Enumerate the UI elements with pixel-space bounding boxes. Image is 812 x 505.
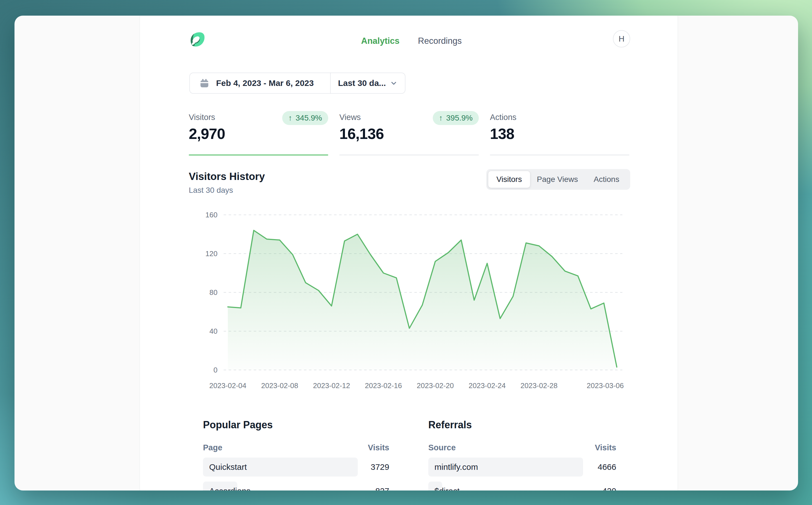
stat-value: 16,136 xyxy=(339,125,384,142)
stat-underline xyxy=(490,155,629,155)
stat-label: Views xyxy=(339,113,361,122)
column-header-visits: Visits xyxy=(595,443,616,452)
popular-pages-table: Popular Pages Page Visits Quickstart 372… xyxy=(203,419,389,491)
date-range-button[interactable]: Feb 4, 2023 - Mar 6, 2023 xyxy=(190,73,330,93)
mintlify-logo-icon xyxy=(189,31,206,48)
stat-views[interactable]: Views ↑ 395.9% 16,136 xyxy=(339,113,479,155)
calendar-icon xyxy=(199,78,209,88)
row-visits: 827 xyxy=(375,482,389,491)
date-preset-dropdown[interactable]: Last 30 da... xyxy=(330,73,405,93)
svg-text:120: 120 xyxy=(206,249,218,258)
stat-change-value: 345.9% xyxy=(296,114,322,123)
svg-text:2023-02-16: 2023-02-16 xyxy=(365,381,402,390)
chevron-down-icon xyxy=(390,79,397,87)
table-row[interactable]: Accordions 827 xyxy=(203,482,389,491)
svg-text:2023-02-04: 2023-02-04 xyxy=(209,381,247,390)
stat-visitors[interactable]: Visitors ↑ 345.9% 2,970 xyxy=(189,113,328,155)
stat-actions[interactable]: Actions 138 xyxy=(490,113,629,155)
stat-change-badge: ↑ 395.9% xyxy=(433,111,479,125)
svg-text:80: 80 xyxy=(209,288,218,297)
chart-metric-segmented-control: Visitors Page Views Actions xyxy=(486,169,630,190)
date-range-label: Feb 4, 2023 - Mar 6, 2023 xyxy=(216,78,314,88)
up-arrow-icon: ↑ xyxy=(288,114,292,123)
stat-label: Visitors xyxy=(189,113,215,122)
stat-value: 2,970 xyxy=(189,125,225,142)
svg-text:2023-03-06: 2023-03-06 xyxy=(587,381,624,390)
stat-active-underline xyxy=(189,155,328,155)
main-panel: Analytics Recordings H Feb 4, 2023 - Mar… xyxy=(140,16,678,491)
svg-text:2023-02-20: 2023-02-20 xyxy=(417,381,454,390)
visitors-history-chart: 040801201602023-02-042023-02-082023-02-1… xyxy=(196,209,628,391)
svg-text:2023-02-24: 2023-02-24 xyxy=(469,381,506,390)
tab-recordings[interactable]: Recordings xyxy=(418,35,462,47)
row-visits: 4666 xyxy=(597,458,616,477)
section-title-visitors-history: Visitors History xyxy=(189,171,265,182)
segment-actions[interactable]: Actions xyxy=(585,171,628,188)
date-range-picker[interactable]: Feb 4, 2023 - Mar 6, 2023 Last 30 da... xyxy=(189,72,405,94)
row-visits: 420 xyxy=(602,482,616,491)
column-header-visits: Visits xyxy=(368,443,389,452)
referrals-table: Referrals Source Visits mintlify.com 466… xyxy=(428,419,616,491)
table-title: Popular Pages xyxy=(203,419,389,431)
column-header-source: Source xyxy=(428,443,456,452)
table-row[interactable]: Quickstart 3729 xyxy=(203,458,389,477)
stat-change-value: 395.9% xyxy=(446,114,473,123)
section-subtitle: Last 30 days xyxy=(189,186,233,195)
row-label: Accordions xyxy=(209,482,250,491)
stat-label: Actions xyxy=(490,113,516,122)
table-title: Referrals xyxy=(428,419,616,431)
tab-analytics[interactable]: Analytics xyxy=(361,35,399,47)
row-label: $direct xyxy=(435,482,460,491)
table-row[interactable]: mintlify.com 4666 xyxy=(428,458,616,477)
row-label: Quickstart xyxy=(209,458,247,477)
date-preset-label: Last 30 da... xyxy=(338,78,386,88)
row-label: mintlify.com xyxy=(435,458,478,477)
svg-text:40: 40 xyxy=(209,327,218,335)
column-header-page: Page xyxy=(203,443,222,452)
svg-text:160: 160 xyxy=(206,211,218,219)
svg-text:2023-02-08: 2023-02-08 xyxy=(261,381,298,390)
segment-visitors[interactable]: Visitors xyxy=(488,171,530,188)
svg-text:0: 0 xyxy=(214,366,218,374)
top-nav: Analytics Recordings xyxy=(361,35,462,47)
svg-text:2023-02-12: 2023-02-12 xyxy=(313,381,350,390)
app-card: Analytics Recordings H Feb 4, 2023 - Mar… xyxy=(14,16,798,491)
up-arrow-icon: ↑ xyxy=(439,114,443,123)
stat-underline xyxy=(339,155,479,155)
row-visits: 3729 xyxy=(370,458,389,477)
svg-text:2023-02-28: 2023-02-28 xyxy=(521,381,558,390)
stat-change-badge: ↑ 345.9% xyxy=(282,111,328,125)
avatar[interactable]: H xyxy=(613,30,630,47)
table-row[interactable]: $direct 420 xyxy=(428,482,616,491)
stat-value: 138 xyxy=(490,125,514,142)
segment-page-views[interactable]: Page Views xyxy=(530,171,585,188)
